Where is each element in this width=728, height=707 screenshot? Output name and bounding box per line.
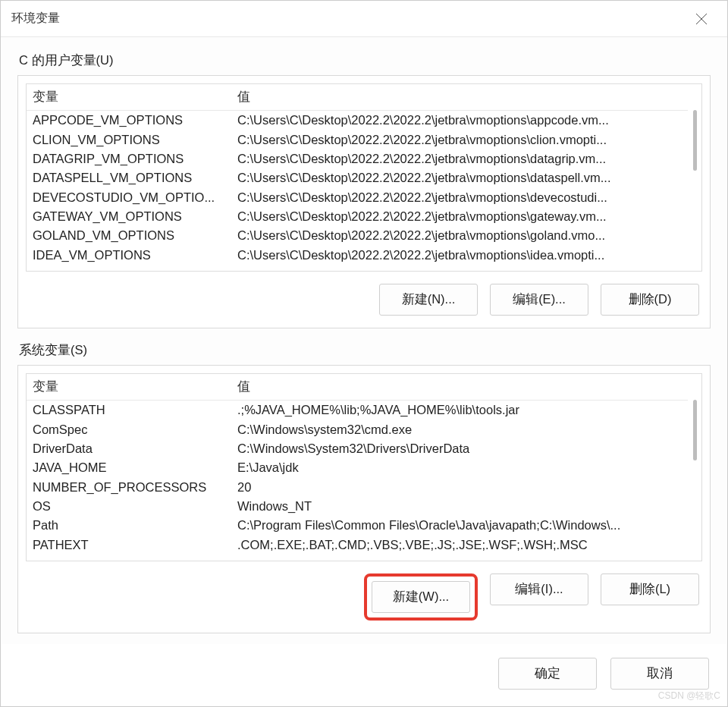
- table-row[interactable]: IDEA_VM_OPTIONSC:\Users\C\Desktop\2022.2…: [27, 246, 701, 265]
- table-row[interactable]: DEVECOSTUDIO_VM_OPTIO...C:\Users\C\Deskt…: [27, 188, 701, 207]
- user-col-var-header[interactable]: 变量: [27, 84, 231, 111]
- env-vars-dialog: 环境变量 C 的用户变量(U) 变量 值 APPCODE_VM_OPTIONSC…: [0, 0, 728, 707]
- user_section-var-cell: IDEA_VM_OPTIONS: [27, 246, 231, 265]
- user-scrollbar[interactable]: [688, 105, 701, 271]
- table-row[interactable]: ComSpecC:\Windows\system32\cmd.exe: [27, 419, 701, 438]
- user-vars-group: 变量 值 APPCODE_VM_OPTIONSC:\Users\C\Deskto…: [17, 75, 711, 328]
- system_section-val-cell: Windows_NT: [231, 497, 701, 516]
- titlebar: 环境变量: [1, 1, 727, 37]
- system-vars-label: 系统变量(S): [19, 342, 711, 359]
- user_section-val-cell: C:\Users\C\Desktop\2022.2\2022.2\jetbra\…: [231, 246, 701, 265]
- table-row[interactable]: NUMBER_OF_PROCESSORS20: [27, 478, 701, 497]
- close-button[interactable]: [686, 4, 717, 34]
- user-vars-section: C 的用户变量(U) 变量 值 APPCODE_VM_OPTIONSC:\Use…: [17, 52, 711, 328]
- user_section-var-cell: DATASPELL_VM_OPTIONS: [27, 168, 231, 187]
- dialog-content: C 的用户变量(U) 变量 值 APPCODE_VM_OPTIONSC:\Use…: [1, 37, 727, 644]
- dialog-title: 环境变量: [11, 11, 686, 27]
- system_section-val-cell: C:\Windows\system32\cmd.exe: [231, 419, 701, 438]
- table-row[interactable]: OSWindows_NT: [27, 497, 701, 516]
- table-row[interactable]: APPCODE_VM_OPTIONSC:\Users\C\Desktop\202…: [27, 111, 701, 130]
- user-scrollbar-thumb[interactable]: [693, 110, 697, 171]
- user_section-var-cell: GOLAND_VM_OPTIONS: [27, 226, 231, 245]
- user_section-var-cell: CLION_VM_OPTIONS: [27, 130, 231, 149]
- system_section-var-cell: NUMBER_OF_PROCESSORS: [27, 478, 231, 497]
- user_section-var-cell: DEVECOSTUDIO_VM_OPTIO...: [27, 188, 231, 207]
- user_section-val-cell: C:\Users\C\Desktop\2022.2\2022.2\jetbra\…: [231, 111, 701, 130]
- system-scrollbar[interactable]: [688, 395, 701, 561]
- system_section-var-cell: DriverData: [27, 439, 231, 458]
- system_section-val-cell: C:\Program Files\Common Files\Oracle\Jav…: [231, 516, 701, 535]
- system-vars-table-wrap[interactable]: 变量 值 CLASSPATH.;%JAVA_HOME%\lib;%JAVA_HO…: [26, 373, 702, 561]
- user_section-var-cell: APPCODE_VM_OPTIONS: [27, 111, 231, 130]
- user-vars-table: 变量 值 APPCODE_VM_OPTIONSC:\Users\C\Deskto…: [27, 84, 701, 265]
- system_section-val-cell: .COM;.EXE;.BAT;.CMD;.VBS;.VBE;.JS;.JSE;.…: [231, 536, 701, 555]
- system-new-button[interactable]: 新建(W)...: [372, 581, 470, 613]
- system-vars-table: 变量 值 CLASSPATH.;%JAVA_HOME%\lib;%JAVA_HO…: [27, 374, 701, 555]
- user_section-var-cell: GATEWAY_VM_OPTIONS: [27, 207, 231, 226]
- close-icon: [695, 13, 708, 25]
- user-col-val-header[interactable]: 值: [231, 84, 701, 111]
- user-delete-button[interactable]: 删除(D): [601, 284, 699, 316]
- system-scrollbar-thumb[interactable]: [693, 400, 697, 460]
- user_section-val-cell: C:\Users\C\Desktop\2022.2\2022.2\jetbra\…: [231, 188, 701, 207]
- table-row[interactable]: GOLAND_VM_OPTIONSC:\Users\C\Desktop\2022…: [27, 226, 701, 245]
- system-vars-section: 系统变量(S) 变量 值 CLASSPATH.;%JAVA_HOME%\lib;…: [17, 342, 711, 633]
- table-row[interactable]: CLASSPATH.;%JAVA_HOME%\lib;%JAVA_HOME%\l…: [27, 401, 701, 420]
- system_section-var-cell: ComSpec: [27, 419, 231, 438]
- cancel-button[interactable]: 取消: [610, 658, 709, 690]
- user_section-var-cell: DATAGRIP_VM_OPTIONS: [27, 149, 231, 168]
- system-col-var-header[interactable]: 变量: [27, 374, 231, 401]
- user_section-val-cell: C:\Users\C\Desktop\2022.2\2022.2\jetbra\…: [231, 207, 701, 226]
- system-edit-button[interactable]: 编辑(I)...: [490, 573, 588, 605]
- system_section-var-cell: JAVA_HOME: [27, 458, 231, 477]
- system-vars-group: 变量 值 CLASSPATH.;%JAVA_HOME%\lib;%JAVA_HO…: [17, 365, 711, 633]
- system_section-val-cell: E:\Java\jdk: [231, 458, 701, 477]
- user_section-val-cell: C:\Users\C\Desktop\2022.2\2022.2\jetbra\…: [231, 149, 701, 168]
- user_section-val-cell: C:\Users\C\Desktop\2022.2\2022.2\jetbra\…: [231, 130, 701, 149]
- user-edit-button[interactable]: 编辑(E)...: [490, 284, 588, 316]
- table-row[interactable]: GATEWAY_VM_OPTIONSC:\Users\C\Desktop\202…: [27, 207, 701, 226]
- system-buttons-row: 新建(W)... 编辑(I)... 删除(L): [18, 567, 710, 633]
- watermark: CSDN @轻歌C: [658, 690, 720, 702]
- user-buttons-row: 新建(N)... 编辑(E)... 删除(D): [18, 278, 710, 328]
- system-delete-button[interactable]: 删除(L): [601, 573, 699, 605]
- user-new-button[interactable]: 新建(N)...: [379, 284, 478, 316]
- new-button-highlight: 新建(W)...: [364, 573, 478, 621]
- ok-button[interactable]: 确定: [498, 658, 597, 690]
- system-col-val-header[interactable]: 值: [231, 374, 701, 401]
- table-row[interactable]: JAVA_HOMEE:\Java\jdk: [27, 458, 701, 477]
- table-row[interactable]: DATAGRIP_VM_OPTIONSC:\Users\C\Desktop\20…: [27, 149, 701, 168]
- table-row[interactable]: PathC:\Program Files\Common Files\Oracle…: [27, 516, 701, 535]
- table-row[interactable]: CLION_VM_OPTIONSC:\Users\C\Desktop\2022.…: [27, 130, 701, 149]
- user_section-val-cell: C:\Users\C\Desktop\2022.2\2022.2\jetbra\…: [231, 168, 701, 187]
- system_section-var-cell: PATHEXT: [27, 536, 231, 555]
- system_section-val-cell: 20: [231, 478, 701, 497]
- user-vars-table-wrap[interactable]: 变量 值 APPCODE_VM_OPTIONSC:\Users\C\Deskto…: [26, 83, 702, 272]
- system_section-var-cell: OS: [27, 497, 231, 516]
- system_section-val-cell: .;%JAVA_HOME%\lib;%JAVA_HOME%\lib\tools.…: [231, 401, 701, 420]
- table-row[interactable]: DriverDataC:\Windows\System32\Drivers\Dr…: [27, 439, 701, 458]
- system_section-var-cell: Path: [27, 516, 231, 535]
- system_section-val-cell: C:\Windows\System32\Drivers\DriverData: [231, 439, 701, 458]
- table-row[interactable]: DATASPELL_VM_OPTIONSC:\Users\C\Desktop\2…: [27, 168, 701, 187]
- table-row[interactable]: PATHEXT.COM;.EXE;.BAT;.CMD;.VBS;.VBE;.JS…: [27, 536, 701, 555]
- dialog-footer: 确定 取消: [1, 644, 727, 706]
- user-vars-label: C 的用户变量(U): [19, 52, 711, 69]
- user_section-val-cell: C:\Users\C\Desktop\2022.2\2022.2\jetbra\…: [231, 226, 701, 245]
- system_section-var-cell: CLASSPATH: [27, 401, 231, 420]
